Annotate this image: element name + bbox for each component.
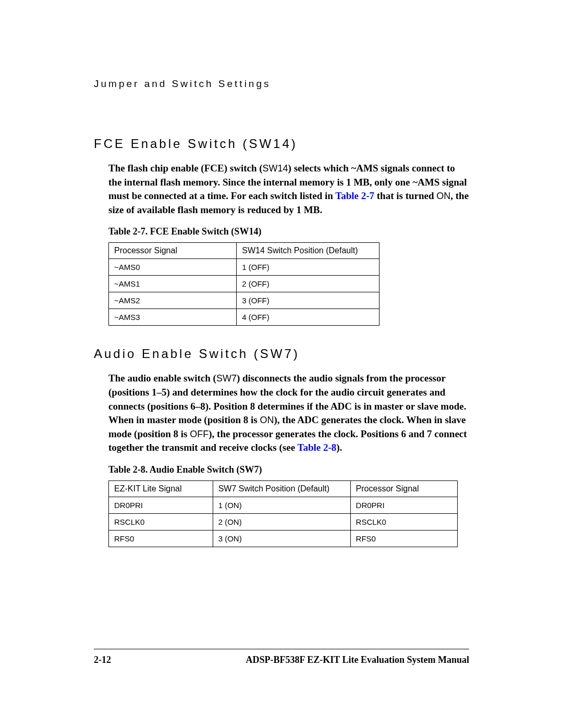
pos-default: (OFF): [247, 313, 270, 322]
pos-num: 2: [242, 279, 246, 288]
pos-num: 3: [218, 534, 223, 543]
cell-proc-signal: RFS0: [350, 530, 457, 547]
table-2-8: EZ-KIT Lite Signal SW7 Switch Position (…: [108, 480, 458, 547]
pos-num: 1: [242, 263, 246, 272]
cell-ez-signal: RFS0: [109, 530, 213, 547]
table-header-row: Processor Signal SW14 Switch Position (D…: [109, 243, 380, 259]
table-row: DR0PRI 1 (ON) DR0PRI: [109, 497, 458, 513]
cell-signal: ~AMS3: [109, 309, 237, 326]
table-row: ~AMS1 2 (OFF): [109, 276, 380, 292]
cell-position: 2 (ON): [213, 513, 350, 530]
cell-position: 4 (OFF): [237, 309, 380, 326]
book-title: ADSP-BF538F EZ-KIT Lite Evaluation Syste…: [246, 655, 469, 665]
pos-default: (OFF): [247, 263, 270, 272]
code-sw7: SW7: [216, 373, 237, 384]
table-row: RFS0 3 (ON) RFS0: [109, 530, 458, 547]
cell-position: 2 (OFF): [237, 276, 380, 292]
link-table-2-8[interactable]: Table 2-8: [298, 442, 337, 453]
cell-position: 1 (ON): [213, 497, 350, 513]
pos-default: (ON): [223, 534, 242, 543]
pos-num: 3: [242, 296, 246, 305]
cell-ez-signal: DR0PRI: [109, 497, 213, 513]
cell-signal: ~AMS1: [109, 276, 237, 292]
table-2-7-caption: Table 2-7. FCE Enable Switch (SW14): [108, 226, 469, 237]
text: The flash chip enable (FCE) switch (: [108, 163, 263, 174]
col-header: Processor Signal: [350, 480, 457, 497]
code-on: ON: [260, 415, 274, 425]
text: ).: [336, 442, 342, 453]
table-header-row: EZ-KIT Lite Signal SW7 Switch Position (…: [109, 480, 458, 497]
running-head: Jumper and Switch Settings: [94, 78, 469, 90]
cell-ez-signal: RSCLK0: [109, 513, 213, 530]
section-title-audio: Audio Enable Switch (SW7): [94, 347, 469, 361]
code-off: OFF: [190, 429, 209, 439]
table-row: ~AMS0 1 (OFF): [109, 259, 380, 276]
page: Jumper and Switch Settings FCE Enable Sw…: [0, 0, 563, 728]
table-2-8-caption: Table 2-8. Audio Enable Switch (SW7): [108, 464, 469, 475]
code-sw14: SW14: [263, 163, 288, 174]
section-title-fce: FCE Enable Switch (SW14): [94, 137, 469, 151]
pos-num: 4: [242, 313, 246, 322]
link-table-2-7[interactable]: Table 2-7: [335, 190, 374, 201]
cell-position: 1 (OFF): [237, 259, 380, 276]
pos-default: (OFF): [247, 296, 270, 305]
col-header: Processor Signal: [109, 243, 237, 259]
page-number: 2-12: [94, 655, 111, 665]
table-row: RSCLK0 2 (ON) RSCLK0: [109, 513, 458, 530]
cell-signal: ~AMS0: [109, 259, 237, 276]
pos-num: 2: [218, 517, 223, 526]
pos-default: (ON): [223, 517, 242, 526]
cell-proc-signal: DR0PRI: [350, 497, 457, 513]
cell-proc-signal: RSCLK0: [350, 513, 457, 530]
page-footer: 2-12 ADSP-BF538F EZ-KIT Lite Evaluation …: [94, 649, 469, 665]
pos-default: (OFF): [247, 279, 270, 288]
col-header: EZ-KIT Lite Signal: [109, 480, 213, 497]
code-on: ON: [436, 191, 450, 201]
table-row: ~AMS2 3 (OFF): [109, 292, 380, 309]
cell-position: 3 (ON): [213, 530, 350, 547]
pos-num: 1: [218, 501, 223, 510]
audio-paragraph: The audio enable switch (SW7) disconnect…: [108, 372, 469, 455]
cell-position: 3 (OFF): [237, 292, 380, 309]
col-header: SW7 Switch Position (Default): [213, 480, 350, 497]
pos-default: (ON): [223, 501, 242, 510]
col-header: SW14 Switch Position (Default): [237, 243, 380, 259]
text: that is turned: [374, 190, 436, 201]
text: The audio enable switch (: [108, 373, 216, 384]
table-2-7: Processor Signal SW14 Switch Position (D…: [108, 242, 380, 326]
fce-paragraph: The flash chip enable (FCE) switch (SW14…: [108, 162, 469, 217]
table-row: ~AMS3 4 (OFF): [109, 309, 380, 326]
cell-signal: ~AMS2: [109, 292, 237, 309]
